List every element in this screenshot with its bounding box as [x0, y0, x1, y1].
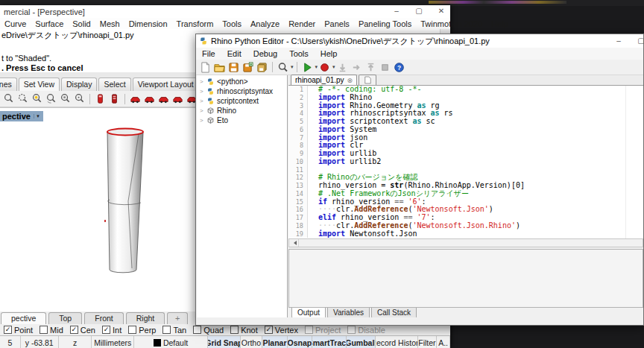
menu-item-surface[interactable]: Surface — [31, 19, 68, 28]
record-icon[interactable] — [318, 61, 331, 74]
tab-anes[interactable]: anes — [0, 77, 17, 91]
zoom-target-icon[interactable] — [73, 92, 86, 105]
checkbox-icon[interactable] — [230, 326, 239, 334]
dropdown-caret-icon[interactable]: ▾ — [315, 64, 318, 70]
checkbox-icon[interactable]: ✓ — [70, 326, 78, 334]
status-y-63-81[interactable]: y -63.81 — [21, 336, 59, 348]
file-tab[interactable]: rhinoapi_01.py ⊗ — [291, 75, 357, 85]
menu-item-paneling-tools[interactable]: Paneling Tools — [354, 19, 416, 28]
menu-item-tools[interactable]: Tools — [218, 19, 246, 28]
car-icon[interactable] — [157, 92, 170, 105]
search-icon[interactable] — [277, 61, 289, 74]
file-tab-label[interactable]: rhinoapi_01.py — [295, 76, 344, 85]
cylinder-model[interactable] — [75, 124, 194, 285]
tree-item-scriptcontext[interactable]: >scriptcontext — [197, 96, 287, 106]
menu-item-curve[interactable]: Curve — [0, 19, 31, 28]
expand-icon[interactable]: > — [200, 88, 204, 95]
status-grid-snap[interactable]: Grid Snap — [208, 336, 241, 348]
red-tram-icon[interactable] — [108, 92, 121, 105]
dropdown-caret-icon[interactable]: ▾ — [291, 64, 294, 70]
tree-item-rhino[interactable]: >Rhino — [197, 106, 287, 116]
status-z[interactable]: z — [59, 336, 92, 348]
menu-item-mesh[interactable]: Mesh — [95, 19, 124, 28]
editor-menu-item-file[interactable]: File — [196, 49, 221, 58]
osnap-quad[interactable]: Quad — [193, 326, 224, 335]
help-icon[interactable]: ? — [393, 61, 405, 74]
status-ortho[interactable]: Ortho — [241, 336, 262, 348]
red-bus-icon[interactable] — [94, 92, 107, 105]
checkbox-icon[interactable]: ✓ — [102, 326, 110, 334]
minimize-icon[interactable]: – — [388, 6, 405, 16]
osnap-knot[interactable]: Knot — [230, 326, 258, 335]
menu-item-render[interactable]: Render — [284, 19, 320, 28]
checkbox-icon[interactable] — [40, 326, 48, 334]
menu-item-solid[interactable]: Solid — [68, 19, 95, 28]
code-line[interactable]: 19import Newtonsoft.Json — [288, 230, 643, 238]
step-right-icon[interactable] — [350, 61, 363, 74]
osnap-point[interactable]: ✓Point — [4, 326, 33, 335]
status-planar[interactable]: Planar — [262, 336, 288, 348]
osnap-vertex[interactable]: ✓Vertex — [265, 326, 298, 335]
zoom-rotate-icon[interactable] — [45, 92, 57, 105]
menu-item-help[interactable]: Help — [487, 19, 513, 28]
car-icon[interactable] — [129, 92, 142, 105]
status-filter[interactable]: Filter — [418, 336, 438, 348]
expand-icon[interactable]: > — [200, 78, 204, 85]
tab-select[interactable]: Select — [98, 77, 130, 91]
checkbox-icon[interactable]: ✓ — [265, 326, 273, 334]
checkbox-icon[interactable] — [162, 326, 171, 334]
stop-icon[interactable] — [379, 61, 391, 74]
status-millimeters[interactable]: Millimeters — [92, 336, 134, 348]
output-panel[interactable] — [288, 249, 643, 308]
new-viewport-button[interactable]: + — [167, 312, 188, 324]
editor-menu-item-edit[interactable]: Edit — [221, 49, 247, 58]
car-icon[interactable] — [143, 92, 156, 105]
tab-viewport-layout[interactable]: Viewport Layout — [133, 77, 199, 91]
save-icon[interactable] — [227, 61, 240, 74]
expand-icon[interactable]: > — [200, 117, 204, 124]
osnap-disable[interactable]: Disable — [347, 326, 385, 335]
status-a[interactable]: A.. — [437, 336, 450, 348]
open-icon[interactable] — [213, 61, 226, 74]
new-file-tab[interactable] — [359, 75, 376, 85]
editor-minimize-icon[interactable]: – — [610, 36, 627, 46]
viewport-tab-pective[interactable]: pective — [1, 312, 46, 324]
menu-item-dimension[interactable]: Dimension — [124, 19, 172, 28]
checkbox-icon[interactable] — [347, 326, 356, 334]
viewport-tab-front[interactable]: Front — [84, 312, 124, 324]
close-icon[interactable]: ✕ — [433, 6, 449, 16]
editor-maximize-icon[interactable]: ▢ — [633, 36, 644, 46]
run-icon[interactable] — [301, 61, 314, 74]
status-gumball[interactable]: Gumball — [347, 336, 376, 348]
viewport-title-dropdown-icon[interactable]: ▼ — [34, 114, 42, 118]
code-line[interactable]: 10import urllib2 — [288, 158, 643, 166]
osnap-cen[interactable]: ✓Cen — [70, 326, 95, 335]
menu-item-transform[interactable]: Transform — [172, 19, 218, 28]
osnap-perp[interactable]: Perp — [128, 326, 156, 335]
menu-item-panels[interactable]: Panels — [320, 19, 354, 28]
status-osnap[interactable]: Osnap — [288, 336, 312, 348]
tab-set-view[interactable]: Set View — [19, 77, 60, 91]
tree-item-python[interactable]: ><python> — [197, 77, 287, 86]
output-tab-call-stack[interactable]: Call Stack — [371, 308, 417, 318]
step-down-icon[interactable] — [336, 61, 349, 74]
save-all-icon[interactable] — [256, 61, 268, 74]
checkbox-icon[interactable] — [128, 326, 136, 334]
tree-item-eto[interactable]: >Eto — [197, 116, 287, 125]
dropdown-caret-icon[interactable]: ▾ — [332, 64, 335, 70]
new-file-icon[interactable] — [199, 61, 212, 74]
checkbox-icon[interactable]: ✓ — [4, 326, 12, 334]
status-record-history[interactable]: Record History — [376, 336, 417, 348]
viewport-title-label[interactable]: pective — [2, 112, 31, 121]
zoom-lens-icon[interactable] — [31, 92, 43, 105]
viewport-tab-right[interactable]: Right — [126, 312, 165, 324]
zoom-window-icon[interactable] — [2, 92, 15, 105]
menu-item-twinmotion-2020[interactable]: Twinmotion 2020 — [416, 19, 487, 28]
editor-menu-item-help[interactable]: Help — [315, 49, 344, 58]
code-editor[interactable]: 1# -*- coding: utf-8 -*-2import Rhino3im… — [288, 86, 643, 238]
status-smarttrack[interactable]: SmartTrack — [312, 336, 347, 348]
tree-item-rhinoscriptsyntax[interactable]: >rhinoscriptsyntax — [197, 86, 287, 96]
status-default[interactable]: Default — [134, 336, 207, 348]
expand-icon[interactable]: > — [200, 107, 204, 114]
osnap-int[interactable]: ✓Int — [102, 326, 121, 335]
